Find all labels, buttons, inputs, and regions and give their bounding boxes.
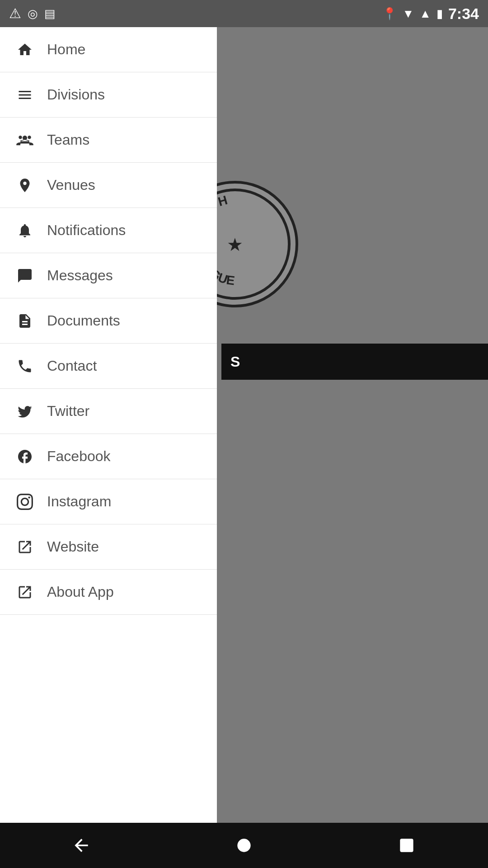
menu-label-website: Website [47, 538, 99, 555]
svg-text:★: ★ [227, 235, 243, 255]
menu-label-documents: Documents [47, 312, 120, 329]
back-button[interactable] [63, 827, 99, 863]
divisions-icon [14, 87, 36, 103]
menu-item-facebook[interactable]: Facebook [0, 434, 217, 479]
menu-item-divisions[interactable]: Divisions [0, 72, 217, 118]
menu-label-about-app: About App [47, 584, 114, 600]
menu-label-divisions: Divisions [47, 86, 105, 103]
bottom-navigation [0, 823, 488, 868]
menu-label-teams: Teams [47, 132, 89, 148]
home-icon [14, 42, 36, 58]
documents-icon [14, 313, 36, 329]
menu-label-facebook: Facebook [47, 448, 111, 465]
menu-item-venues[interactable]: Venues [0, 163, 217, 208]
menu-item-home[interactable]: Home [0, 27, 217, 72]
instagram-icon [14, 494, 36, 510]
menu-item-about-app[interactable]: About App [0, 570, 217, 615]
svg-rect-5 [400, 839, 413, 852]
wifi-icon: ▼ [402, 8, 414, 19]
about-app-icon [14, 584, 36, 600]
menu-label-messages: Messages [47, 267, 113, 284]
notifications-icon [14, 222, 36, 239]
warning-icon: ⚠ [9, 7, 21, 20]
menu-item-twitter[interactable]: Twitter [0, 389, 217, 434]
messages-icon [14, 268, 36, 284]
banner-text: S [230, 354, 240, 370]
facebook-icon [14, 448, 36, 465]
contact-icon [14, 358, 36, 374]
menu-label-venues: Venues [47, 177, 95, 193]
sync-icon: ◎ [28, 8, 38, 19]
menu-item-notifications[interactable]: Notifications [0, 208, 217, 253]
menu-item-messages[interactable]: Messages [0, 253, 217, 298]
website-icon [14, 539, 36, 555]
menu-item-teams[interactable]: Teams [0, 118, 217, 163]
menu-label-home: Home [47, 41, 85, 58]
svg-point-4 [237, 839, 250, 852]
venues-icon [14, 177, 36, 193]
menu-list: Home Divisions Teams Venues [0, 27, 217, 868]
menu-item-contact[interactable]: Contact [0, 344, 217, 389]
side-drawer: Home Divisions Teams Venues [0, 0, 217, 868]
status-bar: ⚠ ◎ ▤ 📍 ▼ ▲ ▮ 7:34 [0, 0, 488, 27]
signal-icon: ▲ [419, 8, 431, 19]
clipboard-icon: ▤ [44, 8, 56, 19]
location-icon: 📍 [382, 8, 397, 19]
menu-item-website[interactable]: Website [0, 524, 217, 570]
battery-icon: ▮ [436, 8, 443, 19]
black-banner: S [221, 344, 488, 380]
menu-label-contact: Contact [47, 358, 97, 374]
status-left-icons: ⚠ ◎ ▤ [9, 7, 56, 20]
status-right-icons: 📍 ▼ ▲ ▮ 7:34 [382, 5, 479, 23]
teams-icon [14, 132, 36, 148]
menu-item-instagram[interactable]: Instagram [0, 479, 217, 524]
menu-label-instagram: Instagram [47, 493, 111, 510]
menu-item-documents[interactable]: Documents [0, 298, 217, 344]
status-time: 7:34 [448, 5, 479, 23]
recents-button[interactable] [389, 827, 425, 863]
home-button[interactable] [226, 827, 262, 863]
twitter-icon [14, 403, 36, 420]
menu-label-notifications: Notifications [47, 222, 126, 239]
menu-label-twitter: Twitter [47, 403, 89, 420]
